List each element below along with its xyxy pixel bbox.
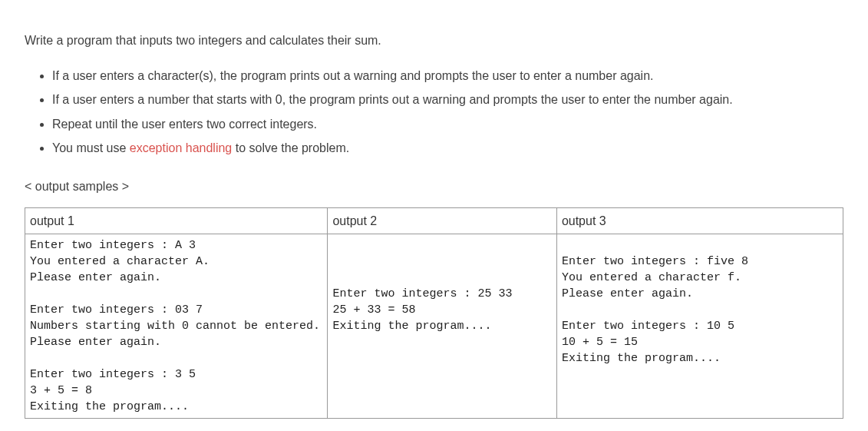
intro-text: Write a program that inputs two integers… <box>25 31 843 51</box>
table-header-row: output 1 output 2 output 3 <box>25 207 843 234</box>
header-output-2: output 2 <box>328 207 556 234</box>
requirements-list: If a user enters a character(s), the pro… <box>25 66 843 158</box>
output-1-cell: Enter two integers : A 3 You entered a c… <box>25 234 328 419</box>
bullet-4-suffix: to solve the problem. <box>232 141 349 154</box>
bullet-4: You must use exception handling to solve… <box>52 138 843 158</box>
bullet-4-highlight: exception handling <box>130 141 232 154</box>
samples-label: < output samples > <box>25 177 843 197</box>
output-table: output 1 output 2 output 3 Enter two int… <box>25 207 843 419</box>
output-2-cell: Enter two integers : 25 33 25 + 33 = 58 … <box>328 234 556 419</box>
bullet-3: Repeat until the user enters two correct… <box>52 114 843 134</box>
bullet-2: If a user enters a number that starts wi… <box>52 90 843 110</box>
header-output-3: output 3 <box>556 207 843 234</box>
bullet-4-prefix: You must use <box>52 141 130 154</box>
bullet-1: If a user enters a character(s), the pro… <box>52 66 843 86</box>
header-output-1: output 1 <box>25 207 328 234</box>
output-3-cell: Enter two integers : five 8 You entered … <box>556 234 843 419</box>
table-data-row: Enter two integers : A 3 You entered a c… <box>25 234 843 419</box>
